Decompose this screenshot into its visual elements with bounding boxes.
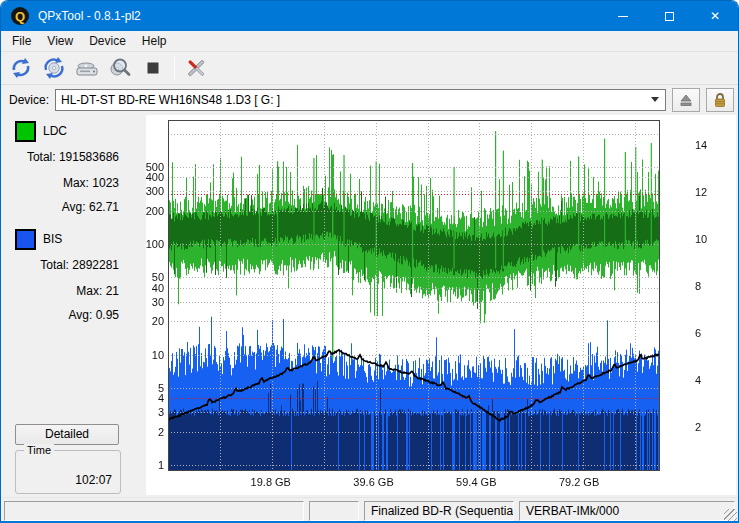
refresh-devices-icon (9, 56, 33, 80)
device-combobox[interactable]: HL-DT-ST BD-RE WH16NS48 1.D3 [ G: ] (55, 89, 666, 111)
maximize-button[interactable] (646, 1, 692, 31)
device-combobox-value: HL-DT-ST BD-RE WH16NS48 1.D3 [ G: ] (61, 93, 280, 107)
window-title: QPxTool - 0.8.1-pl2 (38, 9, 600, 23)
status-panel (4, 501, 304, 521)
minimize-icon (618, 16, 628, 17)
menu-file[interactable]: File (4, 32, 39, 50)
main-area: LDC Total: 191583686 Max: 1023 Avg: 62.7… (1, 114, 738, 497)
time-groupbox: Time 102:07 (15, 450, 121, 494)
toolbar (1, 52, 738, 85)
bis-max: Max: 21 (7, 284, 119, 298)
close-icon: ✕ (710, 9, 720, 23)
time-groupbox-label: Time (24, 444, 54, 456)
bis-total: Total: 2892281 (7, 258, 119, 272)
eject-button[interactable] (672, 88, 700, 112)
quality-graph (146, 115, 736, 495)
stop-button[interactable] (138, 54, 168, 82)
bis-avg: Avg: 0.95 (7, 308, 119, 322)
toolbar-separator (174, 56, 175, 80)
ldc-max: Max: 1023 (7, 176, 119, 190)
scan-button[interactable] (105, 54, 135, 82)
device-bar: Device: HL-DT-ST BD-RE WH16NS48 1.D3 [ G… (1, 85, 738, 114)
menu-device[interactable]: Device (81, 32, 134, 50)
status-panel-disc-type: Finalized BD-R (Sequential) (364, 501, 514, 521)
status-bar: Finalized BD-R (Sequential) VERBAT-IMk/0… (1, 497, 738, 523)
resize-grip[interactable] (724, 509, 737, 522)
close-button[interactable]: ✕ (692, 1, 738, 31)
bis-label: BIS (43, 232, 62, 246)
combobox-dropdown-button[interactable] (645, 90, 665, 110)
lock-icon (713, 92, 727, 108)
refresh-devices-button[interactable] (6, 54, 36, 82)
chevron-down-icon (651, 97, 659, 102)
stop-icon (141, 56, 165, 80)
ldc-label: LDC (43, 124, 67, 138)
refresh-media-button[interactable] (39, 54, 69, 82)
title-bar[interactable]: Q QPxTool - 0.8.1-pl2 ✕ (1, 1, 738, 31)
app-window: Q QPxTool - 0.8.1-pl2 ✕ File View Device… (0, 0, 739, 523)
drive-button[interactable] (72, 54, 102, 82)
ldc-color-swatch (15, 121, 36, 142)
drive-icon (74, 56, 100, 80)
time-value: 102:07 (75, 473, 112, 487)
refresh-media-icon (42, 56, 66, 80)
app-icon: Q (11, 7, 29, 25)
preferences-icon (183, 55, 209, 81)
ldc-total: Total: 191583686 (7, 150, 119, 164)
lock-button[interactable] (706, 88, 734, 112)
status-panel (309, 501, 359, 521)
stats-panel: LDC Total: 191583686 Max: 1023 Avg: 62.7… (1, 114, 146, 497)
preferences-button[interactable] (181, 54, 211, 82)
detailed-button[interactable]: Detailed (15, 424, 119, 445)
scan-disc-icon (107, 56, 133, 80)
menu-bar: File View Device Help (1, 31, 738, 52)
menu-help[interactable]: Help (134, 32, 175, 50)
device-label: Device: (9, 93, 49, 107)
status-panel-media-code: VERBAT-IMk/000 (519, 501, 735, 521)
bis-color-swatch (15, 229, 36, 250)
menu-view[interactable]: View (39, 32, 81, 50)
eject-icon (679, 93, 693, 107)
ldc-avg: Avg: 62.71 (7, 200, 119, 214)
maximize-icon (665, 12, 674, 21)
minimize-button[interactable] (600, 1, 646, 31)
